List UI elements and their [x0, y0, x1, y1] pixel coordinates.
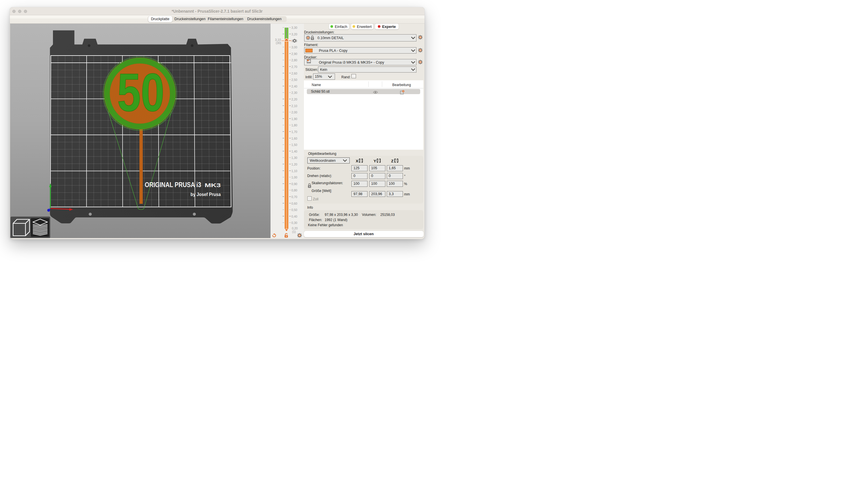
svg-text:by Josef Prusa: by Josef Prusa [190, 192, 221, 197]
svg-text:MK3: MK3 [205, 183, 221, 188]
svg-text:ORIGINAL PRUSA i3: ORIGINAL PRUSA i3 [145, 181, 201, 188]
svg-text:50: 50 [117, 63, 164, 122]
